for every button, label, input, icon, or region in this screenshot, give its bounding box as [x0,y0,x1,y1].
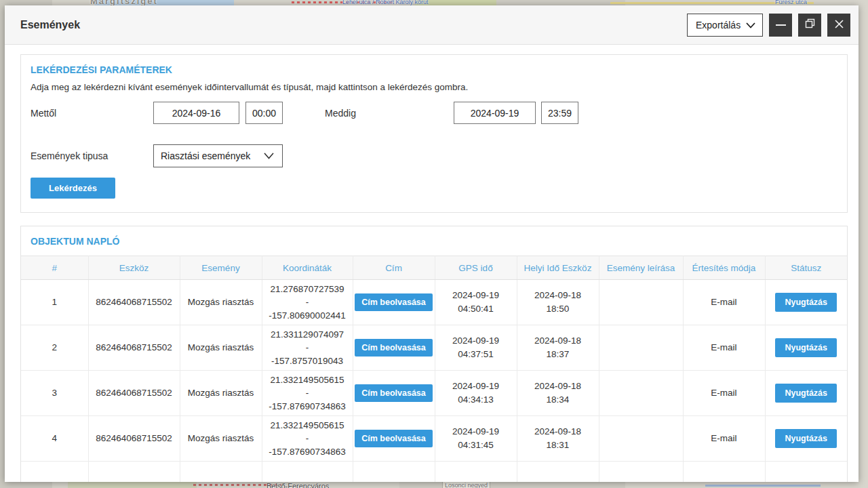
cell-event: Mozgás riasztás [180,280,262,325]
map-road [705,485,821,487]
column-header-index: # [21,256,88,280]
column-header-description: Esemény leírása [599,256,683,280]
cell-description [599,371,683,416]
table-header-row: # Eszköz Esemény Koordináták Cím GPS idő… [21,256,847,280]
object-log-panel: OBJEKTUM NAPLÓ # Eszköz Esemény Koordiná… [20,226,848,482]
cell-status: Nyugtázás [765,280,847,325]
event-type-selected-value: Riasztási események [161,150,250,161]
read-address-button[interactable]: Cím beolvasása [355,293,433,311]
export-button-label: Exportálás [696,20,741,30]
latitude: 21.276870727539 [262,283,353,296]
from-time-input[interactable] [245,102,283,124]
gps-clock: 04:50:41 [435,302,517,316]
cell-gps-time: 2024-09-19 04:37:51 [435,325,517,371]
local-clock: 18:31 [517,439,599,452]
cell-description [599,280,683,325]
column-header-status: Státusz [765,256,847,280]
gps-clock: 04:34:13 [435,393,517,407]
dialog-title: Események [20,19,687,31]
cell-gps-time: 2024-09-19 04:50:41 [435,280,517,325]
column-header-local-time: Helyi Idő Eszköz [517,256,599,280]
close-button[interactable] [827,14,850,37]
export-button[interactable]: Exportálás [687,14,763,37]
cell-address: Cím beolvasása [353,416,435,462]
cell-coordinates: 21.332149505615 - -157.87690734863 [262,371,353,416]
column-header-gps-time: GPS idő [435,256,517,280]
latitude: 21.332149505615 [262,419,353,432]
query-parameters-panel: LEKÉRDEZÉSI PARAMÉTEREK Adja meg az leké… [20,54,848,213]
column-header-device: Eszköz [88,256,180,280]
cell-index: 4 [21,416,88,462]
map-label-street: Fűrész utca [775,0,807,5]
gps-date: 2024-09-19 [435,334,517,348]
longitude: -157.80690002441 [262,309,353,323]
event-type-select[interactable]: Riasztási események [153,144,283,167]
column-header-event: Esemény [180,256,262,280]
cell-index: 2 [21,325,88,371]
cell-coordinates: 21.276870727539 - -157.80690002441 [262,280,353,325]
to-date-input[interactable] [454,102,536,124]
event-type-label: Események tipusa [31,150,153,161]
query-button[interactable]: Lekérdezés [31,178,115,199]
from-date-input[interactable] [153,102,239,124]
cell-address: Cím beolvasása [353,371,435,416]
cell-local-time: 2024-09-18 18:31 [517,416,599,462]
longitude: -157.8757019043 [262,354,353,368]
acknowledge-button[interactable]: Nyugtázás [775,429,837,448]
from-label: Mettől [31,108,153,119]
local-date: 2024-09-18 [517,334,599,348]
cell-address: Cím beolvasása [353,325,435,371]
column-header-coordinates: Koordináták [262,256,353,280]
to-time-input[interactable] [541,102,578,124]
local-date: 2024-09-18 [517,380,599,393]
cell-local-time: 2024-09-18 18:37 [517,325,599,371]
cell-notify: E-mail [683,416,765,462]
cell-device: 862464068715502 [88,325,180,371]
restore-button[interactable] [798,14,821,37]
event-type-row: Események tipusa Riasztási események [31,144,837,167]
longitude: -157.87690734863 [262,445,353,459]
cell-notify: E-mail [683,371,765,416]
cell-gps-time: 2024-09-19 04:31:45 [435,416,517,462]
read-address-button[interactable]: Cím beolvasása [355,339,433,357]
events-dialog: Események Exportálás [5,5,859,482]
cell-description [599,416,683,462]
local-date: 2024-09-18 [517,289,599,302]
cell-local-time: 2024-09-18 18:34 [517,371,599,416]
cell-event: Mozgás riasztás [180,371,262,416]
cell-device: 862464068715502 [88,371,180,416]
cell-coordinates: 21.332149505615 - -157.87690734863 [262,416,353,462]
date-range-row: Mettől Meddig [31,102,837,124]
coordinate-separator: - [262,296,353,309]
table-row: 2 862464068715502 Mozgás riasztás 21.331… [21,325,847,371]
latitude: 21.332149505615 [262,373,353,387]
cell-device: 862464068715502 [88,280,180,325]
coordinate-separator: - [262,432,353,445]
query-panel-heading: LEKÉRDEZÉSI PARAMÉTEREK [31,64,837,75]
minimize-button[interactable] [769,14,792,37]
table-row: 1 862464068715502 Mozgás riasztás 21.276… [21,280,847,325]
acknowledge-button[interactable]: Nyugtázás [775,384,837,403]
gps-clock: 04:37:51 [435,348,517,361]
cell-event: Mozgás riasztás [180,416,262,462]
cell-gps-time: 2024-09-19 04:34:13 [435,371,517,416]
cell-index: 3 [21,371,88,416]
restore-icon [805,18,815,31]
acknowledge-button[interactable]: Nyugtázás [775,338,837,357]
column-header-address: Cím [353,256,435,280]
cell-description [599,325,683,371]
read-address-button[interactable]: Cím beolvasása [355,430,433,447]
events-table: # Eszköz Esemény Koordináták Cím GPS idő… [21,256,847,482]
map-label-district: Belső-Ferencváros [267,482,329,488]
coordinate-separator: - [262,386,353,400]
cell-address: Cím beolvasása [353,280,435,325]
map-label-district: Losonci negyed [442,481,490,488]
acknowledge-button[interactable]: Nyugtázás [775,293,837,312]
read-address-button[interactable]: Cím beolvasása [355,384,433,402]
cell-status: Nyugtázás [765,325,847,371]
coordinate-separator: - [262,341,353,354]
chevron-down-icon [746,20,755,30]
cell-coordinates: 21.331129074097 - -157.8757019043 [262,325,353,371]
dialog-body: LEKÉRDEZÉSI PARAMÉTEREK Adja meg az leké… [5,45,859,482]
cell-notify: E-mail [683,325,765,371]
